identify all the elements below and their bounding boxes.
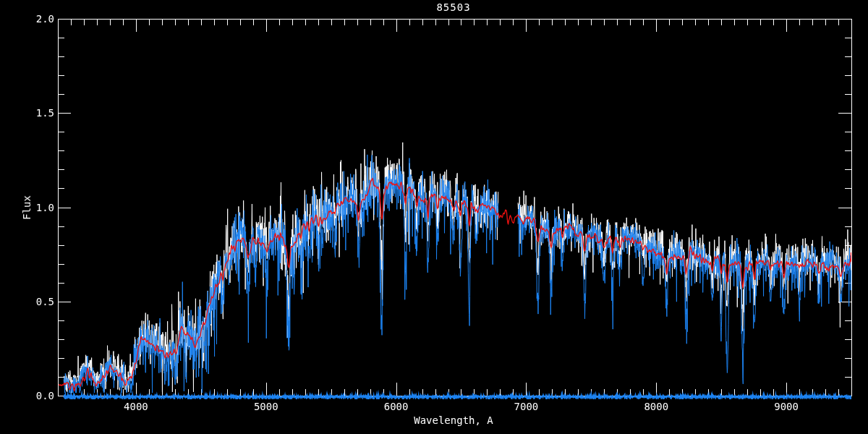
y-axis-label: Flux (21, 195, 33, 220)
y-tick-label: 0.5 (36, 296, 54, 307)
x-tick-label: 6000 (384, 401, 409, 412)
x-tick-label: 4000 (124, 401, 148, 412)
x-tick-label: 9000 (774, 401, 799, 412)
x-axis-label: Wavelength, A (414, 414, 493, 426)
spectrum-plot-canvas (0, 0, 868, 434)
spectrum-figure: 85503 Wavelength, A Flux 400050006000700… (0, 0, 868, 434)
y-tick-label: 0.0 (36, 390, 54, 401)
x-tick-label: 5000 (254, 401, 278, 412)
y-tick-label: 1.0 (36, 202, 54, 213)
y-tick-label: 2.0 (36, 13, 54, 25)
plot-title: 85503 (436, 1, 470, 13)
y-tick-label: 1.5 (36, 107, 54, 119)
x-tick-label: 7000 (514, 401, 539, 412)
x-tick-label: 8000 (644, 401, 668, 412)
